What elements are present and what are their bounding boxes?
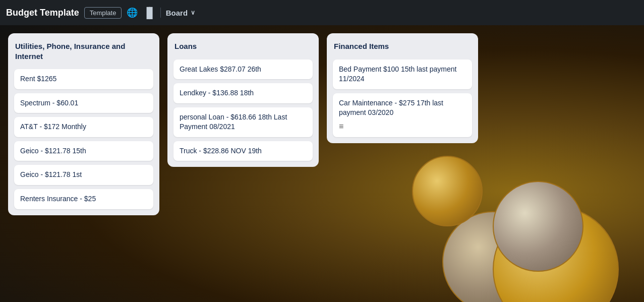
card-c1[interactable]: Rent $1265	[14, 69, 153, 89]
card-c3[interactable]: AT&T - $172 Monthly	[14, 117, 153, 137]
card-text-c10: Truck - $228.86 NOV 19th	[180, 147, 262, 155]
card-c4[interactable]: Geico - $121.78 15th	[14, 141, 153, 161]
card-c5[interactable]: Geico - $121.78 1st	[14, 165, 153, 185]
card-text-c3: AT&T - $172 Monthly	[20, 123, 86, 131]
board-button[interactable]: Board ∨	[166, 9, 195, 17]
card-c10[interactable]: Truck - $228.86 NOV 19th	[173, 141, 313, 161]
card-text-c5: Geico - $121.78 1st	[20, 170, 82, 178]
column-2: LoansGreat Lakes $287.07 26thLendkey - $…	[167, 33, 319, 167]
column-title-2: Loans	[173, 39, 313, 55]
card-text-c7: Great Lakes $287.07 26th	[180, 65, 261, 73]
card-text-c8: Lendkey - $136.88 18th	[180, 89, 254, 97]
header-separator	[160, 8, 161, 18]
card-text-c4: Geico - $121.78 15th	[20, 147, 86, 155]
card-text-c12: Car Maintenance - $275 17th last payment…	[339, 99, 443, 117]
card-text-c1: Rent $1265	[20, 75, 56, 83]
column-title-3: Financed Items	[333, 39, 472, 55]
globe-icon[interactable]: 🌐	[127, 7, 138, 18]
card-c9[interactable]: personal Loan - $618.66 18th Last Paymen…	[173, 107, 313, 137]
card-c6[interactable]: Renters Insurance - $25	[14, 189, 153, 209]
card-text-c6: Renters Insurance - $25	[20, 195, 96, 203]
card-text-c9: personal Loan - $618.66 18th Last Paymen…	[180, 113, 287, 131]
app-title: Budget Template	[6, 8, 79, 18]
template-badge[interactable]: Template	[84, 7, 122, 19]
card-text-c2: Spectrum - $60.01	[20, 99, 78, 107]
board-area: Utilities, Phone, Insurance and Internet…	[0, 25, 644, 302]
chart-icon[interactable]: ▐▌	[143, 7, 155, 19]
columns-container: Utilities, Phone, Insurance and Internet…	[0, 25, 644, 302]
menu-lines-icon: ≡	[339, 121, 466, 132]
app-header: Budget Template Template 🌐 ▐▌ Board ∨	[0, 0, 644, 25]
card-c7[interactable]: Great Lakes $287.07 26th	[173, 59, 313, 80]
card-c12[interactable]: Car Maintenance - $275 17th last payment…	[333, 93, 472, 138]
card-c2[interactable]: Spectrum - $60.01	[14, 93, 153, 113]
card-text-c11: Bed Payment $100 15th last payment 11/20…	[339, 65, 456, 83]
column-title-1: Utilities, Phone, Insurance and Internet	[14, 39, 153, 65]
column-1: Utilities, Phone, Insurance and Internet…	[8, 33, 159, 215]
card-c11[interactable]: Bed Payment $100 15th last payment 11/20…	[333, 59, 472, 89]
column-3: Financed ItemsBed Payment $100 15th last…	[327, 33, 478, 143]
chevron-down-icon: ∨	[191, 9, 195, 16]
card-c8[interactable]: Lendkey - $136.88 18th	[173, 83, 313, 103]
board-label: Board	[166, 9, 188, 17]
